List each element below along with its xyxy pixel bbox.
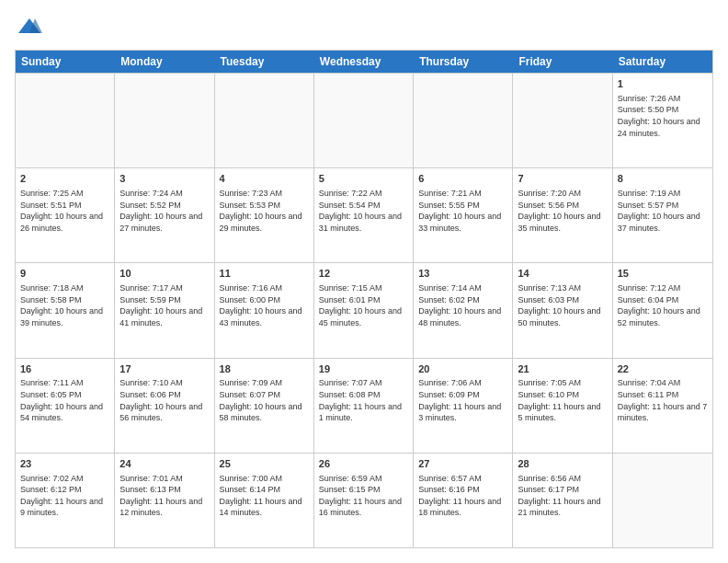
calendar-cell-7: 7Sunrise: 7:20 AM Sunset: 5:56 PM Daylig…	[513, 168, 612, 262]
cell-info: Sunrise: 7:05 AM Sunset: 6:10 PM Dayligh…	[518, 377, 607, 423]
cell-info: Sunrise: 7:11 AM Sunset: 6:05 PM Dayligh…	[20, 377, 109, 423]
logo-icon	[17, 15, 42, 40]
cell-info: Sunrise: 7:07 AM Sunset: 6:08 PM Dayligh…	[319, 377, 408, 423]
day-number: 24	[119, 457, 209, 471]
calendar-cell-18: 18Sunrise: 7:09 AM Sunset: 6:07 PM Dayli…	[215, 359, 314, 453]
calendar-cell-empty-3	[314, 74, 414, 167]
calendar-cell-26: 26Sunrise: 6:59 AM Sunset: 6:15 PM Dayli…	[314, 454, 414, 547]
weekday-header-monday: Monday	[115, 51, 214, 73]
day-number: 27	[418, 457, 507, 471]
day-number: 26	[319, 457, 408, 471]
calendar-cell-28: 28Sunrise: 6:56 AM Sunset: 6:17 PM Dayli…	[513, 454, 612, 547]
day-number: 25	[220, 457, 309, 471]
calendar-cell-4: 4Sunrise: 7:23 AM Sunset: 5:53 PM Daylig…	[215, 168, 314, 262]
calendar-cell-23: 23Sunrise: 7:02 AM Sunset: 6:12 PM Dayli…	[16, 454, 115, 547]
calendar-header: SundayMondayTuesdayWednesdayThursdayFrid…	[16, 51, 712, 73]
calendar-cell-empty-4	[414, 74, 513, 167]
day-number: 3	[119, 172, 209, 186]
weekday-header-friday: Friday	[513, 51, 612, 73]
cell-info: Sunrise: 7:23 AM Sunset: 5:53 PM Dayligh…	[220, 188, 309, 234]
day-number: 11	[220, 267, 309, 281]
day-number: 1	[618, 77, 708, 91]
cell-info: Sunrise: 7:21 AM Sunset: 5:55 PM Dayligh…	[418, 188, 507, 234]
weekday-header-thursday: Thursday	[414, 51, 513, 73]
cell-info: Sunrise: 7:18 AM Sunset: 5:58 PM Dayligh…	[20, 282, 109, 328]
day-number: 17	[119, 362, 209, 376]
cell-info: Sunrise: 7:15 AM Sunset: 6:01 PM Dayligh…	[319, 282, 408, 328]
cell-info: Sunrise: 7:10 AM Sunset: 6:06 PM Dayligh…	[119, 377, 209, 423]
cell-info: Sunrise: 7:24 AM Sunset: 5:52 PM Dayligh…	[119, 188, 209, 234]
calendar-cell-empty-1	[115, 74, 214, 167]
cell-info: Sunrise: 7:02 AM Sunset: 6:12 PM Dayligh…	[20, 473, 109, 519]
calendar-cell-27: 27Sunrise: 6:57 AM Sunset: 6:16 PM Dayli…	[414, 454, 513, 547]
cell-info: Sunrise: 7:01 AM Sunset: 6:13 PM Dayligh…	[119, 473, 209, 519]
calendar-cell-16: 16Sunrise: 7:11 AM Sunset: 6:05 PM Dayli…	[16, 359, 115, 453]
day-number: 12	[319, 267, 408, 281]
cell-info: Sunrise: 6:57 AM Sunset: 6:16 PM Dayligh…	[418, 473, 507, 519]
weekday-header-tuesday: Tuesday	[215, 51, 314, 73]
day-number: 8	[618, 172, 708, 186]
cell-info: Sunrise: 7:17 AM Sunset: 5:59 PM Dayligh…	[119, 282, 209, 328]
day-number: 9	[20, 267, 109, 281]
calendar-row-3: 16Sunrise: 7:11 AM Sunset: 6:05 PM Dayli…	[16, 358, 712, 453]
weekday-header-wednesday: Wednesday	[314, 51, 414, 73]
day-number: 23	[20, 457, 109, 471]
cell-info: Sunrise: 7:16 AM Sunset: 6:00 PM Dayligh…	[220, 282, 309, 328]
calendar-cell-8: 8Sunrise: 7:19 AM Sunset: 5:57 PM Daylig…	[613, 168, 712, 262]
weekday-header-sunday: Sunday	[16, 51, 115, 73]
calendar-cell-empty-2	[215, 74, 314, 167]
cell-info: Sunrise: 7:00 AM Sunset: 6:14 PM Dayligh…	[220, 473, 309, 519]
calendar-cell-12: 12Sunrise: 7:15 AM Sunset: 6:01 PM Dayli…	[314, 263, 414, 357]
cell-info: Sunrise: 7:19 AM Sunset: 5:57 PM Dayligh…	[618, 188, 708, 234]
calendar-body: 1Sunrise: 7:26 AM Sunset: 5:50 PM Daylig…	[16, 73, 712, 547]
day-number: 6	[418, 172, 507, 186]
weekday-header-saturday: Saturday	[613, 51, 712, 73]
day-number: 16	[20, 362, 109, 376]
calendar-cell-21: 21Sunrise: 7:05 AM Sunset: 6:10 PM Dayli…	[513, 359, 612, 453]
calendar-cell-24: 24Sunrise: 7:01 AM Sunset: 6:13 PM Dayli…	[115, 454, 214, 547]
calendar-cell-empty-0	[16, 74, 115, 167]
day-number: 13	[418, 267, 507, 281]
day-number: 15	[618, 267, 708, 281]
calendar-cell-2: 2Sunrise: 7:25 AM Sunset: 5:51 PM Daylig…	[16, 168, 115, 262]
calendar-cell-6: 6Sunrise: 7:21 AM Sunset: 5:55 PM Daylig…	[414, 168, 513, 262]
calendar-cell-1: 1Sunrise: 7:26 AM Sunset: 5:50 PM Daylig…	[613, 74, 712, 167]
day-number: 18	[220, 362, 309, 376]
day-number: 20	[418, 362, 507, 376]
calendar-cell-11: 11Sunrise: 7:16 AM Sunset: 6:00 PM Dayli…	[215, 263, 314, 357]
calendar-cell-22: 22Sunrise: 7:04 AM Sunset: 6:11 PM Dayli…	[613, 359, 712, 453]
calendar-cell-empty-5	[513, 74, 612, 167]
day-number: 22	[618, 362, 708, 376]
calendar-cell-25: 25Sunrise: 7:00 AM Sunset: 6:14 PM Dayli…	[215, 454, 314, 547]
calendar-row-0: 1Sunrise: 7:26 AM Sunset: 5:50 PM Daylig…	[16, 73, 712, 167]
cell-info: Sunrise: 7:14 AM Sunset: 6:02 PM Dayligh…	[418, 282, 507, 328]
cell-info: Sunrise: 6:56 AM Sunset: 6:17 PM Dayligh…	[518, 473, 607, 519]
day-number: 2	[20, 172, 109, 186]
calendar-cell-14: 14Sunrise: 7:13 AM Sunset: 6:03 PM Dayli…	[513, 263, 612, 357]
day-number: 5	[319, 172, 408, 186]
cell-info: Sunrise: 7:22 AM Sunset: 5:54 PM Dayligh…	[319, 188, 408, 234]
calendar-cell-10: 10Sunrise: 7:17 AM Sunset: 5:59 PM Dayli…	[115, 263, 214, 357]
cell-info: Sunrise: 7:25 AM Sunset: 5:51 PM Dayligh…	[20, 188, 109, 234]
calendar-cell-17: 17Sunrise: 7:10 AM Sunset: 6:06 PM Dayli…	[115, 359, 214, 453]
day-number: 14	[518, 267, 607, 281]
cell-info: Sunrise: 6:59 AM Sunset: 6:15 PM Dayligh…	[319, 473, 408, 519]
calendar-cell-9: 9Sunrise: 7:18 AM Sunset: 5:58 PM Daylig…	[16, 263, 115, 357]
calendar-cell-3: 3Sunrise: 7:24 AM Sunset: 5:52 PM Daylig…	[115, 168, 214, 262]
calendar-cell-19: 19Sunrise: 7:07 AM Sunset: 6:08 PM Dayli…	[314, 359, 414, 453]
calendar-cell-15: 15Sunrise: 7:12 AM Sunset: 6:04 PM Dayli…	[613, 263, 712, 357]
page: SundayMondayTuesdayWednesdayThursdayFrid…	[0, 0, 728, 563]
day-number: 7	[518, 172, 607, 186]
calendar-cell-20: 20Sunrise: 7:06 AM Sunset: 6:09 PM Dayli…	[414, 359, 513, 453]
calendar-cell-13: 13Sunrise: 7:14 AM Sunset: 6:02 PM Dayli…	[414, 263, 513, 357]
calendar-row-4: 23Sunrise: 7:02 AM Sunset: 6:12 PM Dayli…	[16, 453, 712, 547]
cell-info: Sunrise: 7:26 AM Sunset: 5:50 PM Dayligh…	[618, 93, 708, 139]
cell-info: Sunrise: 7:06 AM Sunset: 6:09 PM Dayligh…	[418, 377, 507, 423]
cell-info: Sunrise: 7:04 AM Sunset: 6:11 PM Dayligh…	[618, 377, 708, 423]
cell-info: Sunrise: 7:13 AM Sunset: 6:03 PM Dayligh…	[518, 282, 607, 328]
day-number: 21	[518, 362, 607, 376]
logo	[15, 15, 42, 40]
day-number: 28	[518, 457, 607, 471]
calendar-row-1: 2Sunrise: 7:25 AM Sunset: 5:51 PM Daylig…	[16, 167, 712, 262]
day-number: 4	[220, 172, 309, 186]
